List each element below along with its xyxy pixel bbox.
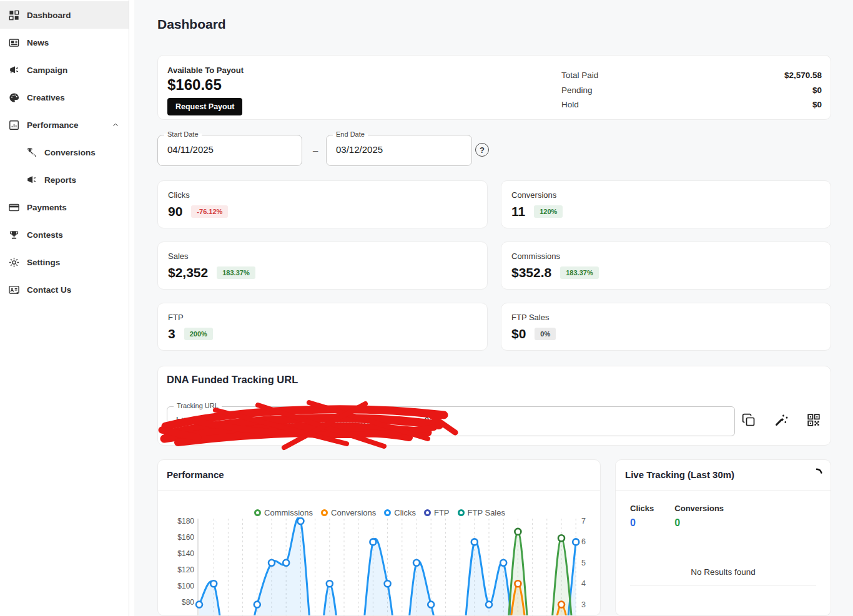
sidebar-item-news[interactable]: News [0,29,129,56]
live-tracking-title: Live Tracking (Last 30m) [625,469,734,480]
divider [616,490,831,491]
svg-text:5: 5 [581,559,586,567]
live-tracking-card: Live Tracking (Last 30m) Clicks 0Convers… [615,459,831,616]
available-to-payout-amount: $160.65 [167,76,222,94]
reports-icon [26,174,37,186]
stat-change-badge: 200% [184,328,213,340]
sidebar-item-conversions[interactable]: Conversions [0,139,129,166]
sidebar-item-label: Performance [27,120,79,130]
legend-item-ftp-sales[interactable]: FTP Sales [458,508,505,517]
legend-item-clicks[interactable]: Clicks [384,508,416,517]
stat-value: $2,352 [168,265,208,280]
end-date-label: End Date [333,130,368,138]
dashboard-icon [8,9,20,21]
stat-card-commissions: Commissions $352.8 183.37% [501,242,831,290]
magic-wand-icon[interactable] [773,413,789,429]
sidebar-item-campaign[interactable]: Campaign [0,56,129,84]
stat-label: Sales [168,252,189,261]
payout-summary-row: Pending $0 [561,83,822,98]
stat-value: 3 [168,326,175,341]
legend-item-conversions[interactable]: Conversions [321,508,376,517]
help-icon[interactable]: ? [475,143,489,157]
summary-label: Pending [561,86,593,95]
stat-change-badge: 0% [535,328,556,340]
legend-label: Commissions [264,508,313,517]
live-stat-clicks: Clicks 0 [630,504,654,529]
stat-label: FTP [168,313,184,322]
performance-icon [8,119,20,131]
start-date-field[interactable]: Start Date 04/11/2025 [157,135,302,166]
sidebar-item-creatives[interactable]: Creatives [0,84,129,111]
end-date-value: 03/12/2025 [336,144,383,155]
copy-icon[interactable] [741,413,757,429]
tracking-url-label: Tracking URL [174,402,222,409]
payments-icon [8,202,20,213]
stat-value: 90 [168,204,182,219]
stat-value: 11 [511,204,525,219]
page-title: Dashboard [157,17,226,32]
stat-value-row: 3 200% [168,326,213,341]
tracking-url-value: https://……………………………………………………&ref=……93 [176,416,726,426]
stat-value-row: $2,352 183.37% [168,265,255,280]
sidebar-item-dashboard[interactable]: Dashboard [0,1,129,29]
conversions-icon [26,147,37,159]
start-date-label: Start Date [164,130,202,138]
sidebar-item-label: Campaign [27,66,67,75]
qr-code-icon[interactable] [806,413,822,429]
tracking-url-input[interactable]: Tracking URL https://…………………………………………………… [167,406,735,436]
tracking-url-card: DNA Funded Tracking URL Tracking URL htt… [157,366,831,446]
summary-value: $0 [812,86,822,95]
sidebar-item-label: Contact Us [27,285,71,295]
tracking-card-title: DNA Funded Tracking URL [167,374,298,386]
stat-value-row: 90 -76.12% [168,204,228,219]
sidebar-item-performance[interactable]: Performance [0,111,129,139]
sidebar-item-settings[interactable]: Settings [0,248,129,276]
stat-card-clicks: Clicks 90 -76.12% [157,180,488,228]
stat-label: Clicks [168,190,190,200]
live-stat-value: 0 [674,517,724,529]
settings-icon [8,257,20,268]
svg-text:6: 6 [581,537,586,546]
stat-card-ftp: FTP 3 200% [157,303,488,351]
performance-chart: $180$160$140$120$100$8076543 [158,517,601,616]
legend-label: Clicks [394,508,416,517]
svg-text:$120: $120 [177,565,194,574]
sidebar-item-payments[interactable]: Payments [0,193,129,221]
legend-ring [254,509,261,516]
start-date-value: 04/11/2025 [167,144,214,155]
main-content: Dashboard Available To Payout $160.65 Re… [134,0,853,616]
sidebar-item-contests[interactable]: Contests [0,221,129,248]
live-stat-conversions: Conversions 0 [674,504,724,529]
request-payout-button[interactable]: Request Payout [167,98,242,115]
available-to-payout-label: Available To Payout [167,66,244,75]
stats-grid: Clicks 90 -76.12% Conversions 11 120% Sa… [157,180,831,351]
performance-card: Performance Commissions Conversions Clic… [157,459,601,616]
sidebar-item-label: Contests [27,230,63,240]
tracking-actions [741,413,822,429]
live-stat-value: 0 [630,517,654,529]
live-empty-text: No Results found [616,567,831,577]
payout-card: Available To Payout $160.65 Request Payo… [157,55,831,120]
loading-spinner-icon [809,467,823,481]
stat-change-badge: 183.37% [560,266,598,279]
campaign-icon [8,64,20,76]
sidebar-item-reports[interactable]: Reports [0,166,129,193]
stat-label: Commissions [511,252,560,261]
stat-value: $352.8 [511,265,551,280]
stat-value-row: $0 0% [511,326,556,341]
legend-ring [384,509,391,516]
stat-change-badge: 120% [534,205,563,218]
end-date-field[interactable]: End Date 03/12/2025 [326,135,472,166]
sidebar-item-contact-us[interactable]: Contact Us [0,276,129,303]
chart-legend: Commissions Conversions Clicks FTP FTP S… [158,508,601,517]
legend-item-ftp[interactable]: FTP [424,508,450,517]
contests-icon [8,229,20,241]
live-stat-label: Conversions [674,504,724,513]
legend-item-commissions[interactable]: Commissions [254,508,313,517]
stat-change-badge: -76.12% [191,205,228,218]
svg-text:$100: $100 [177,582,194,590]
payout-summary: Total Paid $2,570.58Pending $0Hold $0 [561,68,822,112]
svg-text:$160: $160 [177,533,194,542]
live-stats: Clicks 0Conversions 0 [630,504,724,529]
summary-label: Total Paid [561,71,598,80]
